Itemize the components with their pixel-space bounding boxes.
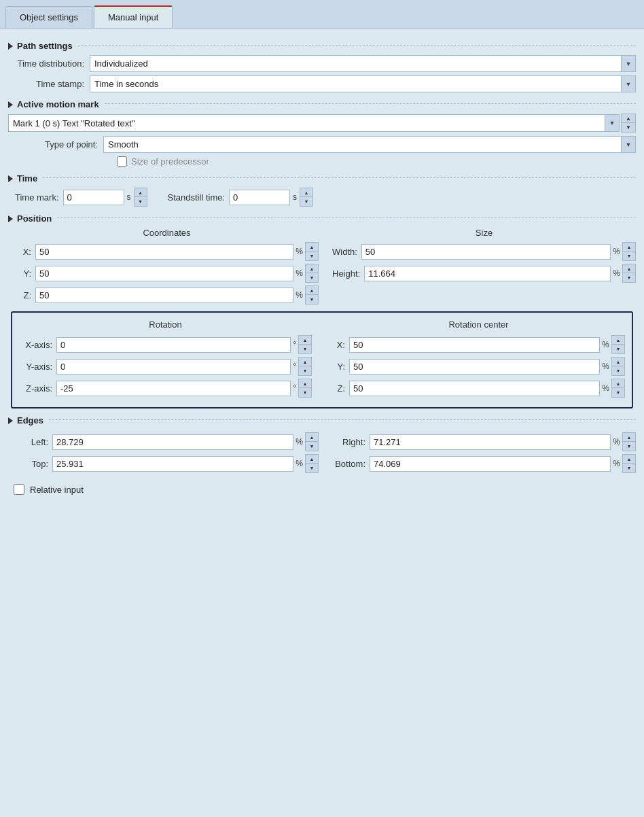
time-distribution-select[interactable]: Individualized bbox=[90, 55, 636, 72]
section-dots bbox=[78, 45, 636, 46]
size-width-label: Width: bbox=[332, 247, 361, 257]
edge-top-input[interactable] bbox=[52, 456, 293, 472]
rot-center-x-up[interactable]: ▲ bbox=[612, 336, 624, 345]
edge-right-down[interactable]: ▼ bbox=[623, 442, 635, 451]
edge-bottom-up[interactable]: ▲ bbox=[623, 455, 635, 464]
rotation-x-up[interactable]: ▲ bbox=[299, 336, 311, 345]
section-time: Time bbox=[8, 173, 636, 184]
rotation-center-title: Rotation center bbox=[332, 319, 625, 330]
rotation-x-row: X-axis: ° ▲ ▼ bbox=[19, 335, 312, 354]
rot-center-z-up[interactable]: ▲ bbox=[612, 379, 624, 388]
coord-z-down[interactable]: ▼ bbox=[306, 295, 318, 304]
rotation-z-row: Z-axis: ° ▲ ▼ bbox=[19, 379, 312, 398]
coord-z-input[interactable] bbox=[35, 288, 293, 303]
rot-center-y-row: Y: % ▲ ▼ bbox=[332, 357, 625, 376]
section-dots-3 bbox=[43, 177, 636, 178]
size-width-input[interactable] bbox=[361, 244, 611, 260]
active-motion-title: Active motion mark bbox=[17, 99, 99, 109]
tab-manual-input[interactable]: Manual input bbox=[94, 5, 173, 28]
rot-center-y-down[interactable]: ▼ bbox=[612, 366, 624, 375]
tab-object-settings[interactable]: Object settings bbox=[5, 6, 92, 28]
size-height-row: Height: % ▲ ▼ bbox=[332, 264, 636, 283]
motion-mark-down-btn[interactable]: ▼ bbox=[622, 123, 635, 132]
standstill-time-input[interactable] bbox=[229, 190, 290, 205]
time-mark-down[interactable]: ▼ bbox=[135, 197, 147, 206]
standstill-time-down[interactable]: ▼ bbox=[300, 197, 312, 206]
rot-center-x-label: X: bbox=[332, 340, 349, 350]
rotation-z-down[interactable]: ▼ bbox=[299, 388, 311, 397]
rotation-y-up[interactable]: ▲ bbox=[299, 358, 311, 366]
rotation-z-input[interactable] bbox=[56, 381, 291, 396]
relative-input-checkbox[interactable] bbox=[14, 484, 24, 495]
rotation-z-up[interactable]: ▲ bbox=[299, 379, 311, 388]
size-height-input[interactable] bbox=[364, 266, 611, 281]
rot-center-z-input[interactable] bbox=[349, 381, 600, 396]
section-dots-2 bbox=[105, 103, 636, 104]
rotation-title: Rotation bbox=[19, 319, 312, 330]
time-mark-up[interactable]: ▲ bbox=[135, 188, 147, 197]
edge-left-down[interactable]: ▼ bbox=[306, 442, 318, 451]
type-of-point-dropdown-wrap: Smooth bbox=[103, 136, 636, 153]
edge-left-input[interactable] bbox=[52, 434, 293, 450]
coord-y-up[interactable]: ▲ bbox=[306, 264, 318, 273]
coord-x-arrows: ▲ ▼ bbox=[305, 242, 319, 261]
rot-center-z-down[interactable]: ▼ bbox=[612, 388, 624, 397]
edge-top-down[interactable]: ▼ bbox=[306, 464, 318, 472]
size-width-row: Width: % ▲ ▼ bbox=[332, 242, 636, 261]
edges-title: Edges bbox=[17, 415, 43, 425]
time-stamp-select[interactable]: Time in seconds bbox=[90, 75, 636, 92]
section-active-motion: Active motion mark bbox=[8, 99, 636, 109]
edge-left-unit: % bbox=[293, 437, 305, 447]
size-height-up[interactable]: ▲ bbox=[623, 264, 635, 273]
coord-z-unit: % bbox=[293, 290, 305, 300]
coord-z-up[interactable]: ▲ bbox=[306, 286, 318, 295]
edge-right-up[interactable]: ▲ bbox=[623, 433, 635, 442]
time-stamp-row: Time stamp: Time in seconds bbox=[8, 75, 636, 92]
rot-center-z-row: Z: % ▲ ▼ bbox=[332, 379, 625, 398]
size-height-label: Height: bbox=[332, 268, 364, 279]
coord-x-input[interactable] bbox=[35, 244, 293, 260]
rotation-x-arrows: ▲ ▼ bbox=[298, 335, 312, 354]
size-of-predecessor-checkbox[interactable] bbox=[117, 156, 127, 167]
size-height-arrows: ▲ ▼ bbox=[622, 264, 636, 283]
rotation-x-down[interactable]: ▼ bbox=[299, 345, 311, 353]
edge-bottom-down[interactable]: ▼ bbox=[623, 464, 635, 472]
rot-center-y-up[interactable]: ▲ bbox=[612, 358, 624, 366]
tab-manual-input-label: Manual input bbox=[108, 12, 158, 22]
edge-left-up[interactable]: ▲ bbox=[306, 433, 318, 442]
coord-y-down[interactable]: ▼ bbox=[306, 273, 318, 282]
edge-top-up[interactable]: ▲ bbox=[306, 455, 318, 464]
section-dots-5 bbox=[49, 419, 636, 420]
rot-center-x-input[interactable] bbox=[349, 337, 600, 353]
time-mark-input[interactable] bbox=[63, 190, 124, 205]
triangle-time bbox=[8, 175, 13, 182]
size-width-down[interactable]: ▼ bbox=[623, 251, 635, 260]
edge-bottom-label: Bottom: bbox=[332, 459, 370, 469]
section-dots-4 bbox=[57, 218, 636, 218]
motion-mark-up-btn[interactable]: ▲ bbox=[622, 114, 635, 123]
size-width-up[interactable]: ▲ bbox=[623, 243, 635, 251]
rot-center-x-down[interactable]: ▼ bbox=[612, 345, 624, 353]
time-mark-label: Time mark: bbox=[15, 192, 59, 203]
coord-y-input[interactable] bbox=[35, 266, 293, 281]
coord-x-up[interactable]: ▲ bbox=[306, 243, 318, 251]
rotation-x-input[interactable] bbox=[56, 337, 291, 353]
rotation-y-input[interactable] bbox=[56, 359, 291, 375]
section-path-settings: Path settings bbox=[8, 41, 636, 51]
section-position: Position bbox=[8, 213, 636, 224]
path-settings-title: Path settings bbox=[17, 41, 73, 51]
rot-center-y-arrows: ▲ ▼ bbox=[611, 357, 625, 376]
edge-right-input[interactable] bbox=[370, 434, 611, 450]
motion-mark-select[interactable]: Mark 1 (0 s) Text "Rotated text" bbox=[8, 114, 620, 132]
size-height-down[interactable]: ▼ bbox=[623, 273, 635, 282]
coord-x-down[interactable]: ▼ bbox=[306, 251, 318, 260]
rotation-x-unit: ° bbox=[291, 340, 298, 349]
coord-y-label: Y: bbox=[15, 268, 35, 279]
standstill-time-up[interactable]: ▲ bbox=[300, 188, 312, 197]
rot-center-z-label: Z: bbox=[332, 383, 349, 394]
rotation-y-down[interactable]: ▼ bbox=[299, 366, 311, 375]
rotation-x-label: X-axis: bbox=[19, 340, 56, 350]
rot-center-y-input[interactable] bbox=[349, 359, 600, 375]
type-of-point-select[interactable]: Smooth bbox=[103, 136, 636, 153]
edge-bottom-input[interactable] bbox=[370, 456, 611, 472]
